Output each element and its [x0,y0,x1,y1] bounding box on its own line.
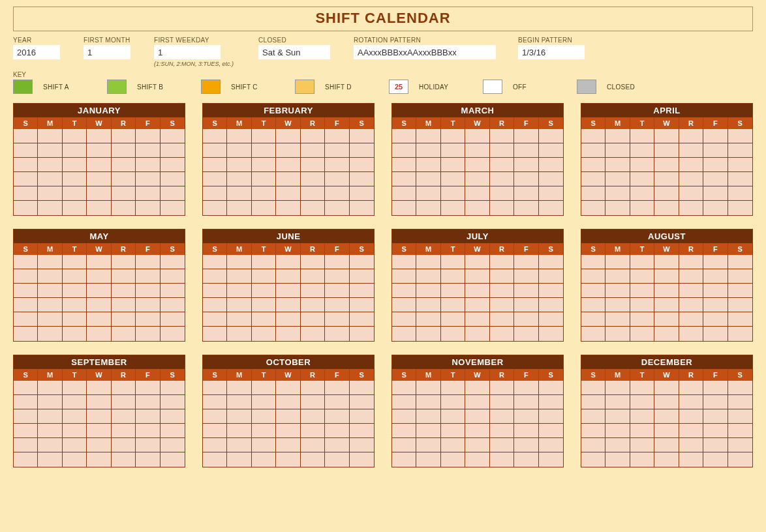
day-cell[interactable] [703,158,728,172]
day-cell[interactable] [605,158,630,172]
day-cell[interactable] [87,424,111,438]
day-cell[interactable] [703,284,728,298]
day-cell[interactable] [112,186,136,201]
day-cell[interactable] [252,143,276,158]
day-cell[interactable] [112,143,136,158]
day-cell[interactable] [227,438,251,452]
day-cell[interactable] [38,424,62,438]
day-cell[interactable] [416,452,440,467]
day-cell[interactable] [581,298,605,312]
day-cell[interactable] [679,284,703,298]
day-cell[interactable] [654,409,679,424]
day-cell[interactable] [539,312,563,327]
day-cell[interactable] [392,424,416,438]
day-cell[interactable] [416,129,440,143]
day-cell[interactable] [14,381,38,395]
day-cell[interactable] [630,409,654,424]
day-cell[interactable] [161,284,185,298]
day-cell[interactable] [581,395,605,409]
day-cell[interactable] [465,327,489,341]
day-cell[interactable] [581,312,605,327]
day-cell[interactable] [490,201,514,215]
day-cell[interactable] [203,269,227,284]
day-cell[interactable] [325,452,349,467]
day-cell[interactable] [38,284,62,298]
day-cell[interactable] [654,158,679,172]
day-cell[interactable] [203,381,227,395]
day-cell[interactable] [14,327,38,341]
day-cell[interactable] [728,452,752,467]
day-cell[interactable] [350,327,374,341]
day-cell[interactable] [703,381,728,395]
day-cell[interactable] [441,409,465,424]
day-cell[interactable] [728,381,752,395]
day-cell[interactable] [325,424,349,438]
day-cell[interactable] [490,186,514,201]
day-cell[interactable] [654,186,679,201]
day-cell[interactable] [252,452,276,467]
day-cell[interactable] [63,255,87,269]
day-cell[interactable] [539,395,563,409]
day-cell[interactable] [350,452,374,467]
day-cell[interactable] [441,284,465,298]
day-cell[interactable] [605,255,630,269]
day-cell[interactable] [136,327,160,341]
day-cell[interactable] [14,298,38,312]
day-cell[interactable] [63,409,87,424]
day-cell[interactable] [441,129,465,143]
day-cell[interactable] [441,381,465,395]
day-cell[interactable] [703,424,728,438]
day-cell[interactable] [630,158,654,172]
day-cell[interactable] [514,284,538,298]
day-cell[interactable] [350,158,374,172]
day-cell[interactable] [514,424,538,438]
day-cell[interactable] [14,172,38,186]
day-cell[interactable] [227,424,251,438]
day-cell[interactable] [112,327,136,341]
day-cell[interactable] [203,284,227,298]
day-cell[interactable] [392,395,416,409]
day-cell[interactable] [490,327,514,341]
day-cell[interactable] [38,312,62,327]
day-cell[interactable] [728,129,752,143]
day-cell[interactable] [392,284,416,298]
day-cell[interactable] [581,255,605,269]
day-cell[interactable] [161,327,185,341]
day-cell[interactable] [605,327,630,341]
day-cell[interactable] [630,284,654,298]
day-cell[interactable] [136,312,160,327]
day-cell[interactable] [490,158,514,172]
day-cell[interactable] [87,312,111,327]
day-cell[interactable] [112,158,136,172]
day-cell[interactable] [87,438,111,452]
day-cell[interactable] [63,269,87,284]
day-cell[interactable] [227,269,251,284]
day-cell[interactable] [465,424,489,438]
day-cell[interactable] [136,186,160,201]
day-cell[interactable] [87,172,111,186]
day-cell[interactable] [203,298,227,312]
day-cell[interactable] [703,143,728,158]
day-cell[interactable] [654,424,679,438]
day-cell[interactable] [679,158,703,172]
day-cell[interactable] [514,381,538,395]
day-cell[interactable] [465,395,489,409]
day-cell[interactable] [203,158,227,172]
day-cell[interactable] [350,381,374,395]
day-cell[interactable] [87,158,111,172]
day-cell[interactable] [112,424,136,438]
day-cell[interactable] [325,298,349,312]
day-cell[interactable] [441,158,465,172]
day-cell[interactable] [490,312,514,327]
day-cell[interactable] [514,298,538,312]
day-cell[interactable] [350,284,374,298]
day-cell[interactable] [465,129,489,143]
day-cell[interactable] [392,327,416,341]
day-cell[interactable] [350,438,374,452]
day-cell[interactable] [581,172,605,186]
day-cell[interactable] [136,129,160,143]
day-cell[interactable] [325,284,349,298]
day-cell[interactable] [350,201,374,215]
day-cell[interactable] [703,452,728,467]
day-cell[interactable] [630,452,654,467]
